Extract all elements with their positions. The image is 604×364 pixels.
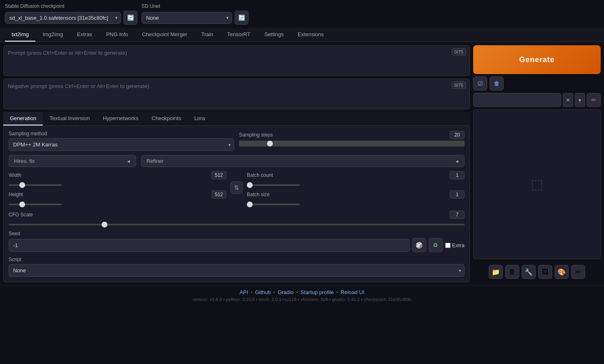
width-slider[interactable] — [9, 184, 62, 186]
unet-select[interactable]: None — [142, 12, 232, 24]
inner-tab-generation[interactable]: Generation — [3, 112, 43, 125]
sampling-row: Sampling method DPM++ 2M Karras Sampling… — [9, 131, 465, 151]
inner-tab-textual-inversion[interactable]: Textual Inversion — [43, 112, 96, 125]
footer-link-gradio[interactable]: Gradio — [278, 289, 294, 295]
negative-token-count: 0/75 — [452, 81, 466, 89]
width-val: 512 — [211, 171, 226, 179]
sampling-method-select[interactable]: DPM++ 2M Karras — [9, 138, 234, 151]
generation-panel: Sampling method DPM++ 2M Karras Sampling… — [3, 126, 470, 282]
top-bar: Stable Diffusion checkpoint sd_xl_base_1… — [0, 0, 604, 28]
width-label: Width — [9, 172, 21, 178]
footer-version: version: v1.6.0 • python: 3.10.6 • torch… — [3, 297, 601, 302]
refiner-toggle[interactable]: Refiner ◄ — [141, 155, 465, 167]
tab-tensorrt[interactable]: TensorRT — [221, 28, 257, 42]
checkpoint-group: Stable Diffusion checkpoint sd_xl_base_1… — [5, 3, 137, 25]
cfg-scale-label: CFG Scale — [9, 212, 33, 218]
checkpoint-select[interactable]: sd_xl_base_1.0.safetensors [31e35c80fc] — [5, 12, 121, 24]
unet-select-wrapper: None — [142, 12, 232, 24]
style-row: ✕ ▾ ✏ — [473, 93, 601, 107]
script-select-wrap: None — [9, 264, 465, 277]
inner-tabs-area: Generation Textual Inversion Hypernetwor… — [3, 112, 470, 282]
trash-tool[interactable]: 🗑 — [505, 265, 519, 279]
inner-tabs-bar: Generation Textual Inversion Hypernetwor… — [3, 112, 470, 126]
tab-settings[interactable]: Settings — [258, 28, 290, 42]
canvas-area: ⬚ — [473, 109, 601, 259]
style-input[interactable] — [473, 93, 561, 107]
tab-extensions[interactable]: Extensions — [291, 28, 330, 42]
style-dropdown-btn[interactable]: ▾ — [575, 93, 585, 107]
checkpoint-select-wrapper: sd_xl_base_1.0.safetensors [31e35c80fc] — [5, 12, 121, 24]
batch-size-slider[interactable] — [247, 204, 300, 205]
unet-select-wrap: None 🔄 — [142, 11, 249, 25]
right-panel: Generate ☑ 🗑 ✕ ▾ ✏ ⬚ 📁 🗑 🔧 🖼 🎨 ✏ — [473, 45, 601, 282]
batch-size-label: Batch size — [247, 192, 269, 197]
extra-label: Extra — [452, 242, 465, 248]
prompt-box: 0/75 — [3, 45, 470, 76]
checkpoint-select-wrap: sd_xl_base_1.0.safetensors [31e35c80fc] … — [5, 11, 137, 25]
tab-extras[interactable]: Extras — [70, 28, 99, 42]
inner-tab-hypernetworks[interactable]: Hypernetworks — [96, 112, 145, 125]
footer-link-reload[interactable]: Reload UI — [341, 289, 365, 295]
hires-fix-arrow: ◄ — [126, 159, 131, 164]
edit-tool[interactable]: ✏ — [571, 265, 585, 279]
checkpoint-label: Stable Diffusion checkpoint — [5, 3, 137, 9]
batch-count-group: Batch count 1 — [247, 171, 465, 187]
cfg-scale-val: 7 — [450, 211, 465, 219]
swap-dims-btn[interactable]: ⇅ — [230, 181, 243, 194]
extra-checkbox-wrap: Extra — [445, 242, 465, 248]
script-select[interactable]: None — [9, 264, 465, 277]
main-content: 0/75 0/75 Generation Textual Inversion H… — [0, 42, 604, 285]
checkpoint-refresh-btn[interactable]: 🔄 — [123, 11, 137, 25]
batch-count-slider[interactable] — [247, 184, 300, 186]
hires-fix-label: Hires. fix — [14, 158, 35, 164]
tab-img2img[interactable]: img2img — [36, 28, 70, 42]
tab-checkpoint-merger[interactable]: Checkpoint Merger — [135, 28, 194, 42]
tab-txt2img[interactable]: txt2img — [5, 28, 35, 42]
style-tool[interactable]: 🎨 — [555, 265, 569, 279]
height-slider[interactable] — [9, 204, 62, 205]
unet-label: SD Unet — [142, 3, 249, 9]
footer-links: API • Github • Gradio • Startup profile … — [3, 289, 601, 295]
style-clear-btn[interactable]: ✕ — [563, 93, 573, 107]
sampling-steps-label: Sampling steps — [239, 132, 273, 138]
hires-fix-toggle[interactable]: Hires. fix ◄ — [9, 155, 136, 167]
extra-checkbox[interactable] — [445, 243, 451, 248]
settings-tool[interactable]: 🔧 — [522, 265, 536, 279]
image-tool[interactable]: 🖼 — [538, 265, 552, 279]
footer: API • Github • Gradio • Startup profile … — [0, 285, 604, 305]
height-label: Height — [9, 192, 23, 197]
tab-train[interactable]: Train — [195, 28, 220, 42]
footer-link-github[interactable]: Github — [255, 289, 271, 295]
bookmark-btn[interactable]: ☑ — [473, 77, 487, 90]
inner-tab-lora[interactable]: Lora — [188, 112, 211, 125]
canvas-toolbar: 📁 🗑 🔧 🖼 🎨 ✏ — [473, 262, 601, 282]
sampling-steps-group: Sampling steps 20 — [239, 131, 465, 146]
unet-group: SD Unet None 🔄 — [142, 3, 249, 25]
width-group: Width 512 — [9, 171, 226, 187]
negative-prompt-box: 0/75 — [3, 79, 470, 109]
inner-tab-checkpoints[interactable]: Checkpoints — [145, 112, 188, 125]
cfg-scale-slider[interactable] — [9, 224, 465, 225]
canvas-placeholder: ⬚ — [531, 176, 543, 192]
seed-input[interactable] — [9, 239, 410, 252]
seed-recycle-btn[interactable]: ♻ — [429, 238, 443, 252]
height-group: Height 512 — [9, 190, 226, 206]
unet-refresh-btn[interactable]: 🔄 — [235, 11, 249, 25]
sampling-steps-val: 20 — [450, 131, 465, 139]
batch-size-group: Batch size 1 — [247, 190, 465, 206]
open-folder-tool[interactable]: 📁 — [489, 265, 503, 279]
negative-prompt-textarea[interactable] — [4, 79, 469, 108]
seed-dice-btn[interactable]: 🎲 — [412, 238, 426, 252]
hires-refiner-row: Hires. fix ◄ Refiner ◄ — [9, 155, 465, 167]
prompt-textarea[interactable] — [4, 46, 469, 74]
sampling-steps-slider[interactable] — [239, 141, 465, 146]
action-row: ☑ 🗑 — [473, 77, 601, 90]
refiner-arrow: ◄ — [455, 159, 459, 164]
footer-link-api[interactable]: API — [239, 289, 248, 295]
footer-link-startup[interactable]: Startup profile — [300, 289, 334, 295]
trash-btn[interactable]: 🗑 — [490, 77, 504, 90]
generate-button[interactable]: Generate — [473, 45, 601, 74]
cfg-scale-group: CFG Scale 7 — [9, 211, 465, 227]
tab-png-info[interactable]: PNG Info — [100, 28, 135, 42]
style-edit-btn[interactable]: ✏ — [587, 93, 601, 107]
